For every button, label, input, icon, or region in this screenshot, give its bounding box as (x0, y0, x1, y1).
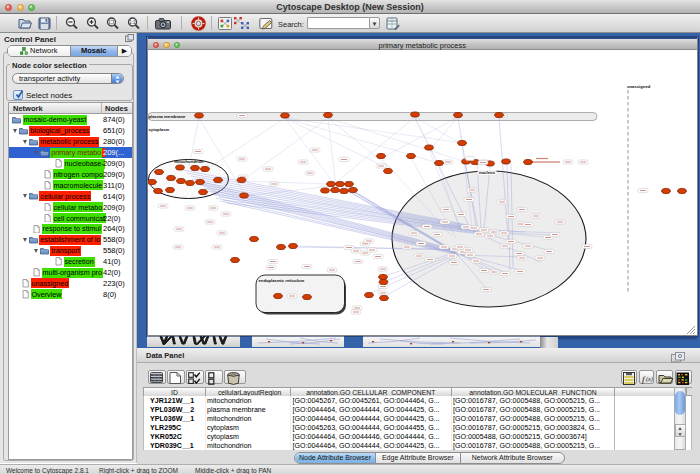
svg-text:plasma membrane: plasma membrane (149, 114, 186, 119)
svg-text:(x): (x) (646, 376, 653, 383)
svg-text:unassigned: unassigned (627, 84, 651, 89)
svg-text:cytoplasm: cytoplasm (149, 127, 170, 132)
svg-text:mitochondrion: mitochondrion (174, 159, 204, 164)
svg-text:endoplasmic reticulum: endoplasmic reticulum (259, 278, 305, 283)
svg-text:1:1: 1:1 (129, 20, 136, 25)
svg-text:nucleus: nucleus (479, 170, 496, 175)
